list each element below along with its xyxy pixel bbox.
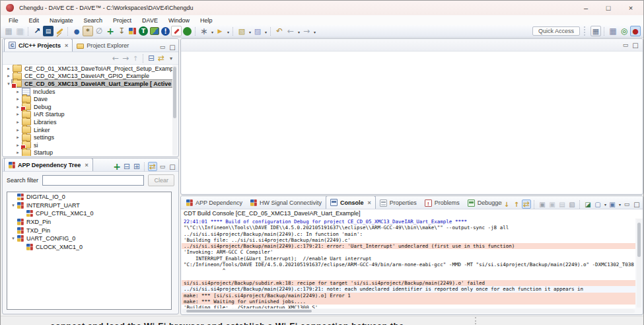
expand-arrow-icon[interactable]: ▸ — [15, 96, 21, 102]
tree-row[interactable]: ▸Debug — [3, 103, 172, 111]
minimize-button[interactable]: – — [575, 1, 597, 15]
expand-arrow-icon[interactable]: ▸ — [5, 66, 12, 71]
collapse-all-icon[interactable] — [122, 162, 131, 171]
tree-row[interactable]: ▸Includes — [3, 88, 172, 96]
new-wizard-icon[interactable] — [236, 26, 247, 36]
pmin-icon[interactable] — [158, 42, 167, 52]
menu-file[interactable]: File — [3, 17, 24, 24]
tree-row[interactable]: ▸CE_CD_02_XMC13_DaveIAR_GPIO_Example — [3, 73, 172, 81]
tab-properties[interactable]: Properties — [376, 197, 421, 209]
import-icon[interactable] — [116, 26, 127, 36]
tree-row[interactable]: ▸CPU_CTRL_XMC1_0 — [8, 209, 170, 218]
link-on-icon[interactable] — [522, 199, 531, 209]
close-icon[interactable]: × — [85, 162, 88, 168]
expand-arrow-icon[interactable]: ▾ — [10, 236, 17, 241]
expand-arrow-icon[interactable]: ▸ — [15, 112, 21, 117]
menu-project[interactable]: Project — [108, 17, 137, 24]
view-menu-icon[interactable] — [166, 54, 176, 63]
pin-icon[interactable] — [583, 199, 592, 209]
build-icon[interactable] — [32, 26, 42, 36]
menu-navigate[interactable]: Navigate — [44, 17, 79, 24]
tree-row[interactable]: ▸Linker — [3, 126, 172, 134]
menu-edit[interactable]: Edit — [24, 17, 45, 24]
tree-row[interactable]: ▾CE_CD_05_XMC13_DaveIAR_Uart_Example [ A… — [3, 80, 172, 88]
back-icon[interactable] — [285, 26, 296, 36]
expand-arrow-icon[interactable]: ▸ — [15, 150, 21, 155]
save-all-icon[interactable] — [15, 26, 25, 36]
gear-menu-icon[interactable] — [199, 26, 209, 36]
add-icon[interactable] — [105, 26, 116, 36]
build-all-icon[interactable] — [43, 26, 54, 36]
expand-arrow-icon[interactable]: ▸ — [15, 127, 21, 133]
tree-row[interactable]: ▾UART_CONFIG_0 — [8, 235, 170, 243]
launch-menu-icon[interactable] — [215, 26, 225, 36]
tree-row[interactable]: ▸IAR Startup — [3, 111, 172, 119]
menu-dave[interactable]: DAVE — [137, 17, 163, 24]
horizontal-scrollbar[interactable] — [182, 309, 635, 313]
watch-icon[interactable] — [71, 26, 82, 36]
pmin-icon[interactable] — [622, 199, 631, 209]
clear-button[interactable]: Clear — [148, 174, 174, 186]
con4-icon[interactable] — [567, 199, 577, 209]
skip-icon[interactable] — [94, 26, 104, 36]
undo-icon[interactable] — [274, 26, 285, 36]
tree-row[interactable]: ▸settings — [3, 133, 172, 141]
dave-perspective-icon[interactable] — [630, 26, 641, 36]
menu-help[interactable]: Help — [195, 17, 218, 24]
menu-window[interactable]: Window — [163, 17, 195, 24]
con3-icon[interactable] — [557, 199, 567, 209]
tab-debugger-console[interactable]: Debugger Console — [464, 197, 502, 209]
scrollbar[interactable] — [637, 219, 641, 308]
tree-row[interactable]: ▸si — [3, 141, 172, 149]
pmax-icon[interactable] — [168, 162, 177, 171]
scroll-up-icon[interactable] — [512, 199, 521, 209]
console-output[interactable]: 22:41:01 **** Build of configuration Deb… — [182, 219, 635, 308]
editor-body[interactable] — [182, 52, 642, 194]
dave-apps-icon[interactable] — [129, 28, 136, 35]
pmax-icon[interactable] — [168, 42, 177, 52]
tab-hw-signal-connectivity[interactable]: HW Signal Connectivity — [246, 197, 326, 209]
annotate-icon[interactable] — [252, 26, 263, 36]
pmin-icon[interactable] — [158, 162, 167, 171]
tab-console[interactable]: Console× — [326, 196, 376, 209]
tab-project-explorer[interactable]: Project Explorer — [73, 40, 133, 52]
edit-icon[interactable] — [171, 26, 182, 36]
add-app-icon[interactable] — [112, 162, 122, 171]
tab-problems[interactable]: Problems — [421, 197, 464, 209]
debug-perspective-icon[interactable] — [619, 26, 629, 36]
expand-arrow-icon[interactable]: ▸ — [15, 89, 21, 94]
info-icon[interactable] — [161, 27, 170, 36]
search-filter-input[interactable] — [42, 175, 144, 186]
scrollbar[interactable] — [172, 65, 177, 155]
link-editor-icon[interactable] — [157, 54, 166, 63]
expand-arrow-icon[interactable]: ▾ — [10, 203, 17, 208]
expand-arrow-icon[interactable]: ▸ — [15, 120, 21, 125]
pmax-icon[interactable] — [631, 40, 640, 50]
tree-row[interactable]: ▸Startup — [3, 149, 172, 156]
tree-row[interactable]: ▸Libraries — [3, 118, 172, 126]
close-icon[interactable]: × — [367, 199, 371, 206]
tree-row[interactable]: ▸TXD_Pin — [8, 226, 170, 235]
expand-arrow-icon[interactable]: ▸ — [5, 73, 12, 79]
tree-row[interactable]: ▾INTERRUPT_UART — [8, 201, 170, 210]
expand-arrow-icon[interactable]: ▸ — [15, 135, 21, 140]
tree-row[interactable]: ▸Dave — [3, 95, 172, 103]
tab-app-dependency-tree[interactable]: APP Dependency Tree× — [4, 159, 93, 171]
pmin-icon[interactable] — [621, 40, 630, 50]
image-icon[interactable] — [150, 27, 159, 35]
scroll-down-icon[interactable] — [502, 199, 511, 209]
back-icon[interactable] — [111, 54, 120, 63]
tab-app-dependency[interactable]: APP Dependency — [182, 197, 246, 209]
run-active-icon[interactable] — [183, 27, 192, 36]
up-icon[interactable] — [131, 54, 140, 63]
tree-row[interactable]: ▸CE_CD_01_XMC13_DaveToIAR_Project_Setup_… — [3, 65, 172, 73]
quick-access-button[interactable]: Quick Access — [532, 26, 580, 36]
generate-icon[interactable] — [139, 26, 148, 36]
con1-icon[interactable] — [538, 199, 547, 209]
menu-search[interactable]: Search — [79, 17, 108, 24]
new-config-icon[interactable] — [83, 26, 93, 36]
open-icon[interactable] — [608, 199, 617, 209]
grid-perspective-icon[interactable] — [608, 26, 618, 36]
con2-icon[interactable] — [548, 199, 557, 209]
expand-all-icon[interactable] — [132, 162, 141, 171]
